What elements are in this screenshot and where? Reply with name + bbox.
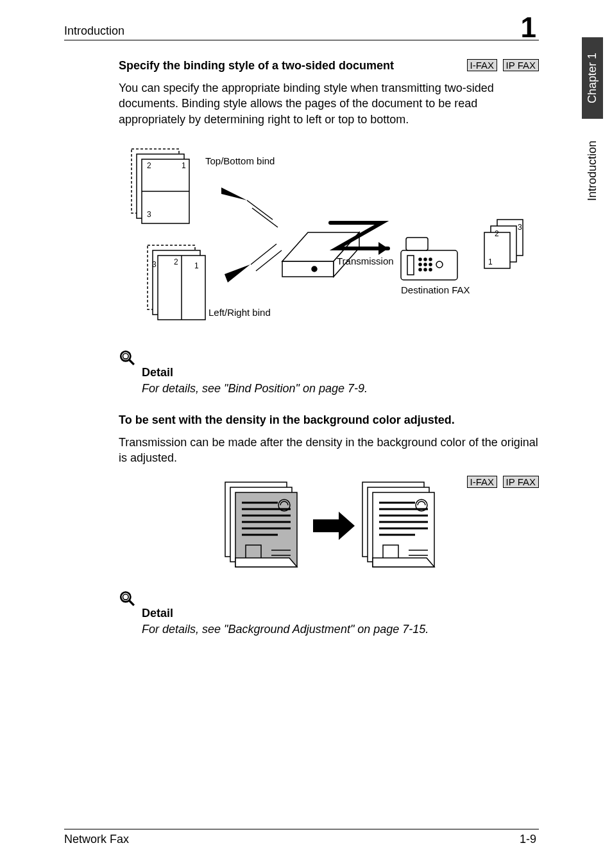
num-2b: 2 — [174, 257, 178, 266]
badge-row: I-FAX IP FAX — [464, 59, 539, 71]
svg-point-31 — [121, 351, 130, 361]
magnifier-icon — [119, 590, 135, 607]
num-3c: 3 — [518, 223, 522, 232]
svg-point-62 — [121, 593, 130, 602]
num-3: 3 — [147, 210, 151, 219]
footer-page-number: 1-9 — [520, 833, 536, 846]
detail-label: Detail — [142, 607, 539, 620]
svg-point-24 — [419, 268, 421, 271]
svg-point-20 — [429, 258, 432, 261]
svg-rect-16 — [406, 238, 428, 250]
section-paragraph: Transmission can be made after the densi… — [119, 435, 539, 466]
svg-line-9 — [252, 208, 278, 227]
badge-row: I-FAX IP FAX — [464, 476, 539, 488]
section-heading: To be sent with the density in the backg… — [119, 413, 539, 427]
svg-line-33 — [129, 360, 134, 365]
footer-rule — [64, 829, 539, 829]
density-figure-wrap: I-FAX IP FAX — [119, 474, 539, 573]
badge-ifax: I-FAX — [467, 476, 498, 488]
num-3b: 3 — [152, 260, 157, 269]
svg-point-21 — [419, 263, 421, 266]
arrow-icon — [313, 512, 355, 540]
num-1b: 1 — [194, 261, 199, 270]
svg-point-13 — [312, 266, 317, 272]
density-figure — [214, 474, 445, 571]
detail-text: For details, see "Bind Position" on page… — [142, 382, 539, 395]
label-transmission: Transmission — [337, 256, 394, 266]
svg-marker-14 — [378, 242, 388, 255]
svg-line-10 — [251, 244, 276, 265]
running-header: Introduction — [64, 24, 124, 38]
svg-point-19 — [424, 258, 427, 261]
badge-ipfax: IP FAX — [503, 59, 539, 71]
svg-point-23 — [429, 263, 432, 266]
content-area: Specify the binding style of a two-sided… — [119, 59, 539, 654]
label-top-bottom: Top/Bottom bind — [205, 155, 275, 166]
svg-point-25 — [424, 268, 427, 271]
arrow-icon — [221, 187, 247, 200]
svg-point-18 — [419, 258, 421, 261]
svg-point-26 — [429, 268, 432, 271]
svg-point-22 — [424, 263, 427, 266]
binding-figure: 2 1 3 Top/Bottom bind 2 1 3 Left/Right b… — [119, 136, 529, 329]
side-tab-chapter: Chapter 1 — [582, 37, 603, 119]
svg-rect-12 — [282, 261, 334, 277]
detail-label: Detail — [142, 366, 539, 379]
svg-rect-17 — [407, 256, 414, 275]
badge-ifax: I-FAX — [467, 59, 498, 71]
num-1c: 1 — [488, 257, 493, 266]
svg-line-11 — [256, 250, 282, 271]
num-2c: 2 — [495, 229, 499, 238]
num-2: 2 — [147, 161, 151, 170]
svg-point-63 — [123, 595, 129, 600]
side-tab-title: Introduction — [582, 125, 603, 216]
detail-text: For details, see "Background Adjustment"… — [142, 623, 539, 636]
label-destination: Destination FAX — [401, 284, 470, 295]
svg-line-64 — [129, 601, 134, 606]
section-paragraph: You can specify the appropriate binding … — [119, 80, 539, 127]
page: Introduction 1 Chapter 1 Introduction Sp… — [0, 0, 612, 868]
svg-line-8 — [247, 200, 273, 220]
chapter-number-large: 1 — [521, 12, 536, 44]
num-1: 1 — [182, 161, 186, 170]
footer-doc-title: Network Fax — [64, 833, 129, 846]
section-binding-style: Specify the binding style of a two-sided… — [119, 59, 539, 395]
header-rule — [64, 40, 539, 40]
svg-point-32 — [123, 353, 129, 359]
section-density: To be sent with the density in the backg… — [119, 413, 539, 637]
magnifier-icon — [119, 349, 135, 366]
badge-ipfax: IP FAX — [503, 476, 539, 488]
label-left-right: Left/Right bind — [208, 307, 271, 318]
arrow-icon — [225, 265, 250, 282]
